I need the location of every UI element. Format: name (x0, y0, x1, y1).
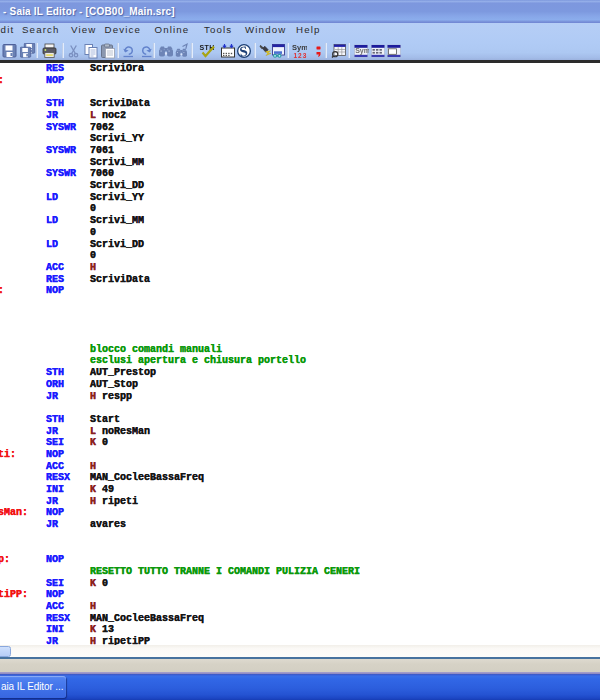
svg-text:123: 123 (294, 52, 308, 59)
svg-text:Sym: Sym (355, 47, 369, 55)
